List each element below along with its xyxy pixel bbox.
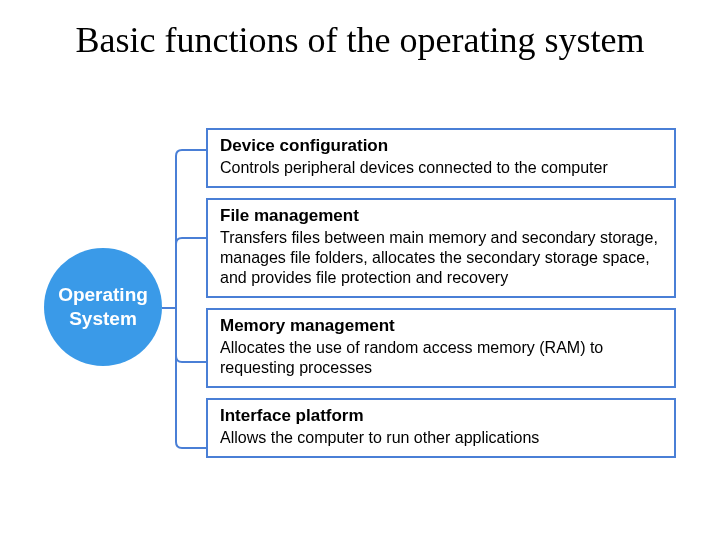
box-title: File management: [220, 206, 662, 226]
center-node-line1: Operating: [58, 283, 148, 307]
box-memory-management: Memory management Allocates the use of r…: [206, 308, 676, 388]
box-device-configuration: Device configuration Controls peripheral…: [206, 128, 676, 188]
box-interface-platform: Interface platform Allows the computer t…: [206, 398, 676, 458]
box-title: Memory management: [220, 316, 662, 336]
page-title: Basic functions of the operating system: [0, 0, 720, 63]
box-title: Interface platform: [220, 406, 662, 426]
box-title: Device configuration: [220, 136, 662, 156]
diagram-area: Operating System Device configuration Co…: [0, 128, 720, 540]
box-file-management: File management Transfers files between …: [206, 198, 676, 298]
box-desc: Transfers files between main memory and …: [220, 228, 662, 288]
center-node: Operating System: [44, 248, 162, 366]
box-desc: Allocates the use of random access memor…: [220, 338, 662, 378]
box-desc: Controls peripheral devices connected to…: [220, 158, 662, 178]
center-node-line2: System: [69, 307, 137, 331]
function-boxes: Device configuration Controls peripheral…: [206, 128, 676, 468]
box-desc: Allows the computer to run other applica…: [220, 428, 662, 448]
